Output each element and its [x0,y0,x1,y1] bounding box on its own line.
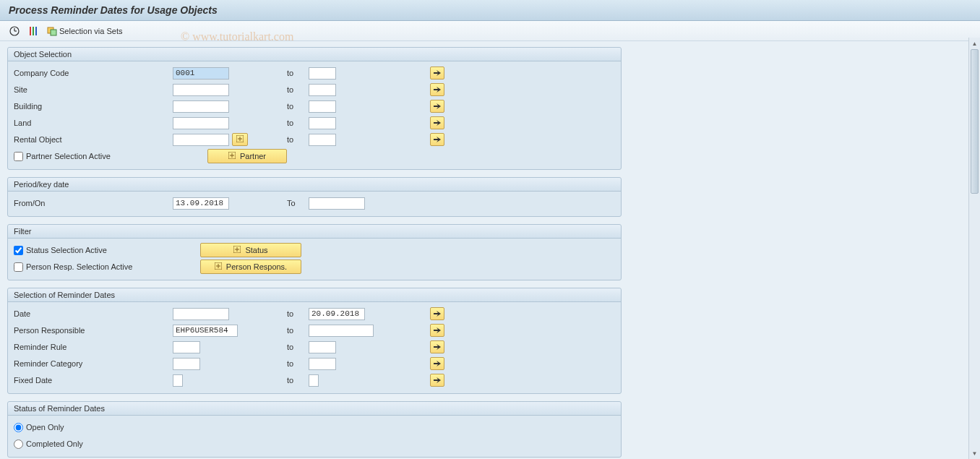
svg-rect-4 [33,27,34,35]
multi-select-button[interactable] [430,307,444,320]
multi-select-button[interactable] [430,374,444,387]
expand-icon [228,152,236,160]
to-label: to [287,119,309,127]
group-title: Selection of Reminder Dates [8,288,621,302]
svg-rect-5 [35,27,37,35]
status-selection-checkbox[interactable] [14,246,23,255]
svg-rect-7 [51,30,56,35]
row-person-resp-selection: Person Resp. Selection Active Person Res… [14,259,615,275]
to-label: to [287,376,309,385]
content-area: Object Selection Company Code to Site to [0,41,980,459]
multi-select-button[interactable] [430,67,444,80]
group-title: Object Selection [8,48,621,61]
row-person-responsible: Person Responsible to [14,322,615,338]
selection-via-sets-button[interactable]: Selection via Sets [45,24,124,38]
sets-icon [46,25,58,37]
person-responsible-to-input[interactable] [309,325,374,337]
partner-selection-checkbox[interactable] [14,152,23,161]
toolbar: Selection via Sets [0,21,980,41]
label-land: Land [14,119,173,127]
label-company-code: Company Code [14,69,173,77]
to-label: to [287,326,309,335]
building-from-input[interactable] [173,100,229,113]
land-from-input[interactable] [173,117,229,129]
group-title: Period/key date [8,178,621,192]
multi-select-button[interactable] [430,116,444,129]
arrow-right-icon [434,359,441,368]
reminder-category-from-input[interactable] [173,358,200,370]
person-respons-button[interactable]: Person Respons. [200,259,301,274]
completed-only-text: Completed Only [26,439,83,448]
completed-only-radio[interactable] [14,439,23,449]
label-status-selection: Status Selection Active [14,246,200,255]
execute-button[interactable] [7,24,22,38]
svg-rect-3 [30,27,31,35]
label-completed-only: Completed Only [14,439,173,449]
variant-icon [27,25,39,37]
variant-button[interactable] [26,24,40,38]
fixed-date-from-input[interactable] [173,374,183,387]
open-only-radio[interactable] [14,423,23,432]
person-responsible-from-input[interactable] [173,325,238,337]
arrow-right-icon [434,85,441,94]
from-on-to-input[interactable] [309,197,365,210]
reminder-rule-from-input[interactable] [173,341,200,353]
multi-select-button[interactable] [430,133,444,146]
multi-select-button[interactable] [430,83,444,96]
date-to-input[interactable] [309,308,365,320]
arrow-right-icon [434,69,441,77]
scrollbar-thumb[interactable] [971,49,979,194]
label-open-only: Open Only [14,423,173,432]
person-resp-selection-checkbox[interactable] [14,262,23,272]
to-label: To [287,199,309,207]
to-label: to [287,102,309,111]
multi-select-button[interactable] [430,340,444,353]
status-button[interactable]: Status [200,243,301,257]
person-resp-selection-text: Person Resp. Selection Active [26,262,132,271]
fixed-date-to-input[interactable] [309,374,319,387]
rental-object-search-button[interactable] [232,133,248,146]
row-from-on: From/On To [14,195,615,211]
label-reminder-category: Reminder Category [14,359,173,368]
to-label: to [287,343,309,351]
building-to-input[interactable] [309,100,336,113]
site-from-input[interactable] [173,84,229,96]
partner-selection-text: Partner Selection Active [26,152,111,160]
group-title: Filter [8,225,621,239]
person-respons-button-label: Person Respons. [226,262,287,271]
arrow-right-icon [434,326,441,335]
label-person-resp-selection: Person Resp. Selection Active [14,262,200,272]
multi-select-button[interactable] [430,100,444,113]
to-label: to [287,85,309,94]
company-code-to-input[interactable] [309,67,336,80]
arrow-right-icon [434,376,441,385]
from-on-input[interactable] [173,197,229,210]
row-date: Date to [14,306,615,322]
multi-select-button[interactable] [430,324,444,337]
group-object-selection: Object Selection Company Code to Site to [7,47,622,170]
multi-select-button[interactable] [430,357,444,370]
reminder-category-to-input[interactable] [309,358,336,370]
arrow-right-icon [434,119,441,127]
site-to-input[interactable] [309,84,336,96]
rental-object-to-input[interactable] [309,134,336,146]
label-date: Date [14,309,173,318]
reminder-rule-to-input[interactable] [309,341,336,353]
company-code-from-input[interactable] [173,67,229,80]
rental-object-from-input[interactable] [173,134,229,146]
chevron-up-icon: ▲ [972,40,978,47]
chevron-down-icon: ▼ [972,450,978,457]
scroll-up-button[interactable]: ▲ [969,38,980,49]
to-label: to [287,309,309,318]
land-to-input[interactable] [309,117,336,129]
date-from-input[interactable] [173,308,229,320]
group-filter: Filter Status Selection Active Status [7,224,622,280]
scroll-down-button[interactable]: ▼ [969,447,980,459]
label-rental-object: Rental Object [14,135,173,144]
row-partner-selection: Partner Selection Active Partner [14,148,615,164]
group-title: Status of Reminder Dates [8,402,621,416]
partner-button[interactable]: Partner [207,149,287,163]
vertical-scrollbar[interactable]: ▲ ▼ [968,38,980,459]
group-period: Period/key date From/On To [7,177,622,217]
execute-icon [9,25,20,37]
